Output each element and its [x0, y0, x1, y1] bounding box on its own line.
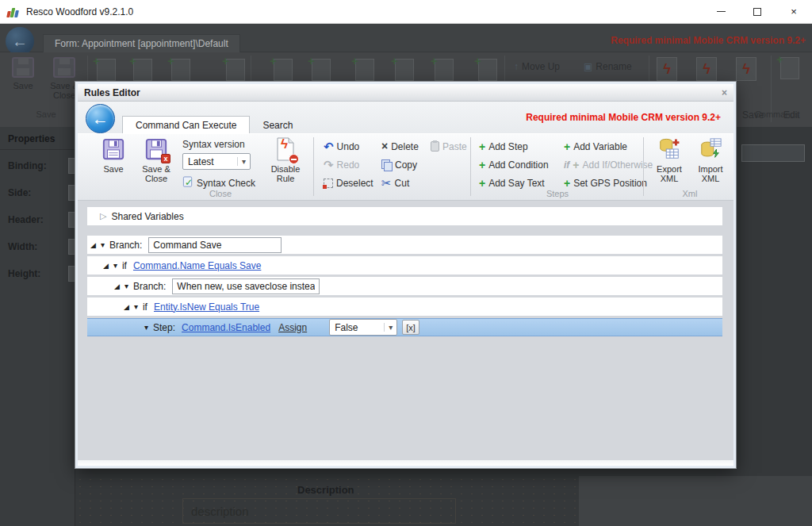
app-group-save-label: Save [14, 109, 78, 119]
description-label: Description [297, 484, 354, 496]
ribbon-add-list-icon[interactable] [274, 59, 293, 81]
description-input[interactable] [182, 498, 456, 524]
maximize-button[interactable] [739, 0, 776, 24]
ribbon-add-form-icon[interactable] [312, 59, 331, 81]
height-label: Height: [8, 268, 40, 279]
tree-collapsed-icon[interactable]: ▷ [100, 211, 106, 221]
add-variable-icon: + [564, 140, 570, 153]
ribbon-brush-icon[interactable] [226, 59, 245, 81]
paste-button[interactable]: Paste [431, 138, 467, 155]
row-menu-caret-icon[interactable]: ▾ [101, 240, 105, 249]
ribbon-web-icon[interactable] [355, 59, 374, 81]
tab-search[interactable]: Search [250, 117, 305, 133]
step-operator-link[interactable]: Assign [278, 322, 307, 333]
os-titlebar: Resco Woodford v9.2.1.0 × [0, 0, 812, 24]
save-icon [12, 57, 34, 78]
ribbon-doc-icon[interactable] [171, 59, 190, 81]
rename-icon: ▣ [584, 61, 592, 72]
form-tab[interactable]: Form: Appointment [appointment]\Default [43, 34, 240, 52]
undo-button[interactable]: ↶ Undo [324, 138, 359, 155]
group-xml-label: Xml [650, 189, 730, 198]
rename-button[interactable]: ▣ Rename [584, 59, 632, 75]
add-condition-button[interactable]: + Add Condition [479, 156, 549, 173]
deselect-icon [324, 179, 333, 188]
ribbon-note-icon[interactable] [435, 59, 454, 81]
edit-icon[interactable] [780, 57, 799, 79]
on-save-rule-icon[interactable]: ϟ [736, 57, 756, 81]
row-menu-caret-icon[interactable]: ▾ [124, 282, 128, 290]
tree-expanded-icon[interactable]: ◢ [114, 282, 120, 290]
branch-name-input[interactable] [172, 278, 320, 294]
app-save-label: Save [3, 81, 43, 90]
app-back-icon[interactable]: ← [6, 27, 34, 56]
minimize-button[interactable] [703, 0, 739, 24]
designer-side-panel [579, 476, 812, 526]
rule-icon[interactable]: ϟ [696, 57, 717, 81]
move-up-button[interactable]: ↑ Move Up [514, 59, 560, 75]
tree-expanded-icon[interactable]: ◢ [124, 303, 129, 311]
ribbon-doc-icon[interactable] [133, 59, 152, 81]
rule-icon[interactable]: ϟ [657, 57, 677, 81]
disable-rule-button[interactable]: ϟ Disable Rule [263, 137, 308, 183]
dialog-toolbar: Save x Save & Close Syntax version Lates… [78, 133, 733, 201]
shared-variables-row[interactable]: ▷ Shared Variables [87, 207, 722, 225]
delete-icon: × [381, 140, 388, 152]
cut-button[interactable]: ✂ Cut [381, 175, 409, 191]
export-xml-button[interactable]: Export XML [650, 137, 688, 183]
tree-expanded-icon[interactable]: ◢ [90, 241, 96, 249]
add-step-button[interactable]: + Add Step [479, 138, 528, 155]
step-value-dropdown[interactable]: False ▾ [329, 319, 397, 336]
export-xml-icon [657, 137, 681, 163]
add-if-otherwise-button[interactable]: if + Add If/Otherwise [564, 156, 653, 173]
tab-command-can-execute[interactable]: Command Can Execute [122, 116, 250, 134]
branch-name-input[interactable] [148, 237, 282, 253]
rules-editor-dialog: Rules Editor × ← Command Can Execute Sea… [75, 82, 736, 468]
dialog-bottom-strip [78, 460, 733, 466]
row-menu-caret-icon[interactable]: ▾ [113, 261, 117, 270]
cut-icon: ✂ [381, 177, 392, 189]
condition-link[interactable]: Entity.IsNew Equals True [154, 301, 259, 313]
chevron-down-icon: ▾ [237, 157, 250, 166]
add-icon: + [573, 159, 579, 171]
copy-icon [381, 159, 392, 171]
dialog-close-icon[interactable]: × [722, 87, 727, 98]
if-condition-row[interactable]: ◢ ▾ if Entity.IsNew Equals True [87, 298, 722, 316]
designer-field[interactable] [741, 144, 805, 162]
row-menu-caret-icon[interactable]: ▾ [134, 302, 138, 311]
properties-panel-title: Properties [0, 127, 75, 150]
add-icon: + [479, 140, 485, 153]
dialog-save-button[interactable]: Save [92, 137, 135, 174]
deselect-button[interactable]: Deselect [324, 175, 373, 191]
step-property-link[interactable]: Command.IsEnabled [182, 322, 270, 333]
ribbon-bubble-icon[interactable] [478, 59, 497, 81]
add-condition-icon: + [479, 159, 485, 171]
import-xml-icon [699, 137, 722, 163]
branch-row[interactable]: ◢ ▾ Branch: [87, 277, 722, 295]
ribbon-map-icon[interactable] [395, 59, 414, 81]
window-controls: × [703, 0, 812, 24]
import-xml-button[interactable]: Import XML [691, 137, 730, 183]
app-header-band: ← Form: Appointment [appointment]\Defaul… [0, 24, 812, 52]
disable-rule-icon: ϟ [275, 137, 296, 163]
save-close-icon: x [144, 137, 168, 163]
tree-expanded-icon[interactable]: ◢ [103, 262, 109, 270]
add-variable-button[interactable]: + Add Variable [564, 138, 627, 155]
dialog-save-close-button[interactable]: x Save & Close [135, 137, 178, 183]
clear-value-button[interactable]: [x] [402, 320, 419, 335]
app-save-button[interactable]: Save [3, 57, 43, 90]
if-condition-row[interactable]: ◢ ▾ if Command.Name Equals Save [87, 256, 722, 275]
condition-link[interactable]: Command.Name Equals Save [133, 260, 261, 271]
save-icon [102, 137, 125, 163]
delete-button[interactable]: × Delete [381, 138, 419, 155]
dialog-back-button[interactable]: ← [86, 104, 115, 133]
step-row-selected[interactable]: ▾ Step: Command.IsEnabled Assign False ▾… [87, 318, 722, 336]
syntax-version-dropdown[interactable]: Latest ▾ [182, 153, 251, 170]
row-menu-caret-icon[interactable]: ▾ [144, 323, 148, 332]
ribbon-doc-icon[interactable] [97, 59, 116, 81]
branch-row[interactable]: ◢ ▾ Branch: [87, 236, 722, 254]
syntax-version-label: Syntax version [182, 139, 245, 150]
close-button[interactable]: × [776, 0, 812, 24]
copy-button[interactable]: Copy [381, 156, 417, 173]
redo-button[interactable]: ↷ Redo [324, 156, 359, 173]
add-say-text-icon: + [479, 177, 485, 190]
